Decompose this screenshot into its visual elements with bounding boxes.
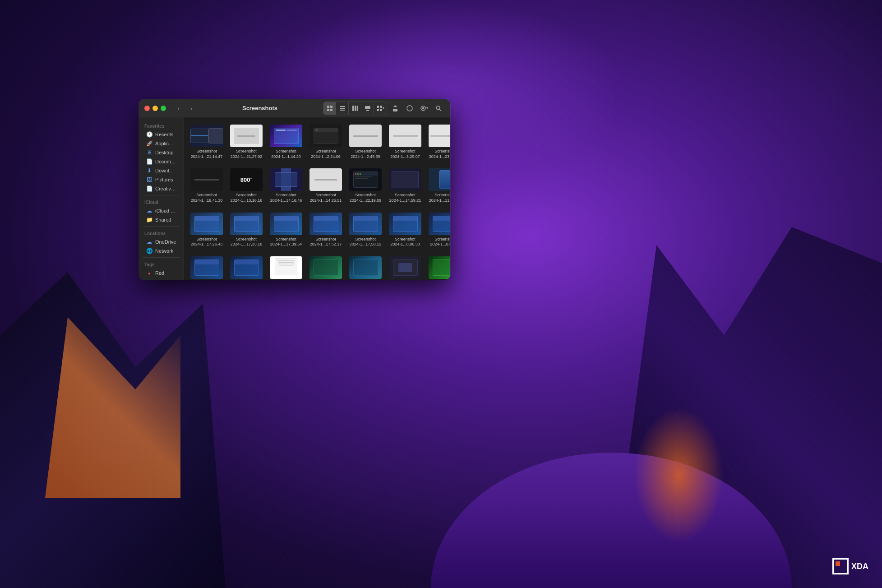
file-thumbnail <box>309 213 342 235</box>
xda-bracket-icon <box>832 558 849 574</box>
downloads-label: Downloads <box>155 168 176 173</box>
applications-label: Applications <box>155 141 176 146</box>
file-item[interactable]: Screenshot2024-1...14,25.51 <box>308 166 344 206</box>
file-thumbnail <box>270 168 302 191</box>
action-button[interactable]: ▾ <box>418 102 430 115</box>
file-item[interactable]: Screenshot2024-1...2,24.06 <box>308 122 344 162</box>
file-name: Screenshot2024-1...1,44.20 <box>271 149 301 159</box>
file-item[interactable]: Screenshot2024-1...14,55.01 <box>308 254 344 280</box>
file-item[interactable]: Screenshot2024-1...15,19.59 <box>387 254 423 280</box>
file-item[interactable]: Screenshot2024-1...8,06.30 <box>387 210 423 250</box>
file-item[interactable]: Screenshot2024-1...11,48.59 <box>268 254 304 280</box>
maximize-button[interactable] <box>161 106 166 111</box>
back-button[interactable]: ‹ <box>173 103 184 114</box>
tag-red-icon: ● <box>146 270 152 276</box>
recents-icon: 🕐 <box>146 131 152 138</box>
file-thumbnail <box>309 168 342 191</box>
svg-rect-0 <box>327 106 329 108</box>
file-thumbnail <box>270 256 302 279</box>
sidebar-item-tag-red[interactable]: ● Red <box>141 269 182 278</box>
svg-rect-6 <box>340 110 345 111</box>
sidebar-item-desktop[interactable]: 🖥 Desktop <box>141 148 182 157</box>
network-icon: 🌐 <box>146 248 152 254</box>
view-columns-button[interactable] <box>349 102 361 115</box>
sidebar-item-creative[interactable]: 📄 Creative C... <box>141 184 182 193</box>
icloud-icon: ☁ <box>146 208 152 214</box>
file-item[interactable]: Screenshot2024-1...2,45.39 <box>347 122 383 162</box>
file-item[interactable]: Screenshot2024-1...21,27.02 <box>228 122 264 162</box>
close-button[interactable] <box>144 106 150 111</box>
file-item[interactable]: Screenshot2024-1...3,29.07 <box>387 122 423 162</box>
file-item[interactable]: Screenshot2024-1...18,41.30 <box>189 166 225 206</box>
file-name: Screenshot2024-1...23,40.15 <box>429 149 450 159</box>
file-item[interactable]: Screenshot2024-1...15,03.10 <box>347 254 383 280</box>
sidebar-item-shared[interactable]: 📁 Shared <box>141 215 182 224</box>
sidebar-item-tag-orange[interactable]: ● Orange <box>141 278 182 280</box>
sidebar-item-applications[interactable]: 🚀 Applications <box>141 139 182 148</box>
network-label: Network <box>155 248 173 254</box>
svg-rect-3 <box>330 109 332 111</box>
file-item[interactable]: Screenshot2024-1...11,24.05 <box>427 166 450 206</box>
file-item[interactable]: Screenshot2024-1...18,20.55 <box>228 254 264 280</box>
view-gallery-button[interactable] <box>361 102 374 115</box>
file-item[interactable]: Screenshot2024-1...17,39.54 <box>268 210 304 250</box>
forward-button[interactable]: › <box>186 103 197 114</box>
file-item[interactable]: 800+ Screenshot2024-1...13,16.16 <box>228 166 264 206</box>
file-item[interactable]: Screenshot2024-1...1,44.20 <box>268 122 304 162</box>
file-item[interactable]: Screenshot2024-1...14,59.21 <box>387 166 423 206</box>
file-item[interactable]: Screenshot2024-1...17,26.43 <box>189 210 225 250</box>
file-item[interactable]: Screenshot2024-1...8,06.55 <box>189 254 225 280</box>
view-group-button[interactable]: ▾ <box>374 102 387 115</box>
file-item[interactable]: Screenshot2024-1...22,19.09 <box>347 166 383 206</box>
svg-point-18 <box>407 106 412 111</box>
tag-orange-label: Orange <box>155 279 172 280</box>
file-thumbnail <box>429 168 450 191</box>
svg-rect-8 <box>355 106 356 111</box>
svg-rect-5 <box>340 108 345 109</box>
finder-window: ‹ › Screenshots <box>139 99 450 280</box>
sidebar-item-onedrive[interactable]: ☁ OneDrive <box>141 237 182 246</box>
file-item[interactable]: Screenshot2024-1...23,40.15 <box>427 122 450 162</box>
tag-button[interactable] <box>403 102 416 115</box>
file-thumbnail <box>230 125 263 147</box>
view-grid-button[interactable] <box>323 102 336 115</box>
sidebar: Favorites 🕐 Recents 🚀 Applications 🖥 Des… <box>139 117 184 280</box>
onedrive-label: OneDrive <box>155 239 176 245</box>
sidebar-item-network[interactable]: 🌐 Network <box>141 246 182 255</box>
svg-point-20 <box>423 107 424 109</box>
svg-rect-13 <box>368 110 369 111</box>
search-button[interactable] <box>432 102 445 115</box>
file-item[interactable]: Screenshot2024-1...17,33.18 <box>228 210 264 250</box>
file-item[interactable]: Screenshot2024-1...14,16.46 <box>268 166 304 206</box>
recents-label: Recents <box>155 132 173 137</box>
file-item[interactable]: Screenshot2024-1...15,26.41 <box>427 254 450 280</box>
file-grid-container[interactable]: Screenshot2024-1...21,14.47 Screenshot20… <box>184 117 450 280</box>
svg-rect-9 <box>357 106 358 111</box>
file-name: Screenshot2024-1...11,24.05 <box>429 193 450 203</box>
share-button[interactable] <box>389 102 402 115</box>
view-list-button[interactable] <box>336 102 349 115</box>
documents-icon: 📄 <box>146 158 152 165</box>
sidebar-item-documents[interactable]: 📄 Documents <box>141 157 182 166</box>
file-item[interactable]: Screenshot2024-1...17,58.12 <box>347 210 383 250</box>
file-thumbnail <box>349 256 382 279</box>
file-item[interactable]: Screenshot2024-1...17,52.17 <box>308 210 344 250</box>
file-item[interactable]: Screenshot2024-1...21,14.47 <box>189 122 225 162</box>
file-thumbnail <box>429 256 450 279</box>
sidebar-item-recents[interactable]: 🕐 Recents <box>141 130 182 139</box>
applications-icon: 🚀 <box>146 140 152 147</box>
sidebar-item-downloads[interactable]: ⬇ Downloads <box>141 166 182 175</box>
window-title: Screenshots <box>200 105 319 111</box>
file-name: Screenshot2024-1...22,19.09 <box>350 193 382 203</box>
file-item[interactable]: Screenshot2024-1...8,06.43 <box>427 210 450 250</box>
sidebar-item-pictures[interactable]: 🖼 Pictures <box>141 175 182 184</box>
file-thumbnail <box>349 168 382 191</box>
pictures-label: Pictures <box>155 177 173 182</box>
sidebar-item-icloud[interactable]: ☁ iCloud Drive <box>141 206 182 215</box>
svg-rect-15 <box>380 106 382 108</box>
file-thumbnail <box>190 213 223 235</box>
sidebar-divider-3 <box>143 257 180 258</box>
minimize-button[interactable] <box>152 106 158 111</box>
nav-arrows: ‹ › <box>173 103 197 114</box>
desktop-label: Desktop <box>155 150 173 155</box>
